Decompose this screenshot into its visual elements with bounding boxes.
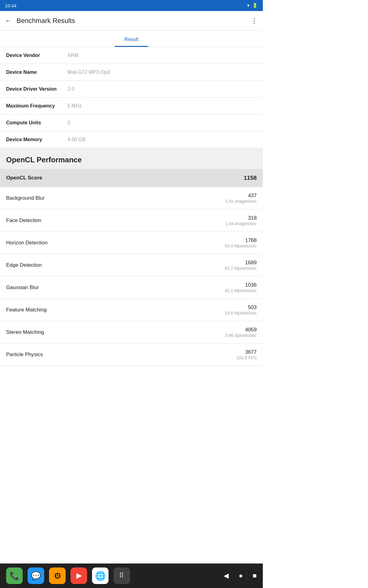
perf-label-horizon-detection: Horizon Detection [6, 240, 48, 246]
info-value-compute: 3 [67, 120, 70, 126]
perf-score-gaussian-blur: 1036 [225, 282, 257, 288]
perf-sub-horizon-detection: 55.0 Mpixels/sec [225, 243, 257, 248]
nav-recents-button[interactable]: ■ [253, 572, 257, 580]
perf-row-background-blur: Background Blur 437 1.81 images/sec [0, 187, 263, 209]
perf-score-particle-physics: 3677 [236, 349, 257, 355]
more-options-button[interactable]: ⋮ [251, 17, 258, 25]
opencl-title: OpenCL Performance [6, 156, 82, 164]
info-label-name: Device Name [6, 70, 67, 75]
perf-score-block-face-detection: 318 1.04 images/sec [225, 215, 257, 226]
info-row-frequency: Maximum Frequency 5 MHz [0, 98, 263, 115]
info-row-vendor: Device Vendor ARM [0, 47, 263, 64]
status-icons: ▾ 🔋 [247, 3, 258, 8]
perf-sub-gaussian-blur: 45.1 Mpixels/sec [225, 288, 257, 293]
perf-score-block-background-blur: 437 1.81 images/sec [225, 193, 257, 204]
info-label-driver: Device Driver Version [6, 86, 67, 92]
nav-app-camera[interactable]: ⚙ [49, 567, 66, 584]
page-title: Benchmark Results [17, 17, 75, 25]
perf-label-background-blur: Background Blur [6, 195, 45, 201]
info-value-driver: 2.0 [67, 86, 74, 92]
info-label-memory: Device Memory [6, 137, 67, 142]
perf-label-stereo-matching: Stereo Matching [6, 329, 44, 335]
info-label-compute: Compute Units [6, 120, 67, 126]
nav-app-drawer[interactable]: ⠿ [113, 567, 130, 584]
info-value-name: Mali-G72 MP3 r0p3 [67, 70, 110, 75]
info-value-memory: 4.00 GB [67, 137, 86, 142]
info-row-memory: Device Memory 4.00 GB [0, 131, 263, 148]
info-row-name: Device Name Mali-G72 MP3 r0p3 [0, 64, 263, 81]
device-info-section: Device Vendor ARM Device Name Mali-G72 M… [0, 47, 263, 148]
perf-header-score-block: 1158 [244, 175, 257, 181]
perf-header-label: OpenCL Score [6, 175, 42, 181]
perf-header-score: 1158 [244, 175, 257, 181]
perf-sub-background-blur: 1.81 images/sec [225, 199, 257, 204]
nav-app-phone[interactable]: 📞 [6, 567, 23, 584]
perf-row-face-detection: Face Detection 318 1.04 images/sec [0, 209, 263, 232]
info-label-vendor: Device Vendor [6, 53, 67, 58]
info-label-frequency: Maximum Frequency [6, 103, 67, 109]
perf-score-background-blur: 437 [225, 193, 257, 199]
info-row-driver: Device Driver Version 2.0 [0, 81, 263, 98]
nav-back-button[interactable]: ◀ [224, 572, 229, 580]
perf-label-face-detection: Face Detection [6, 217, 41, 224]
perf-sub-particle-physics: 161.8 FPS [236, 355, 257, 360]
perf-row-edge-detection: Edge Detection 1689 62.7 Mpixels/sec [0, 254, 263, 277]
perf-row-particle-physics: Particle Physics 3677 161.8 FPS [0, 344, 263, 366]
info-row-compute: Compute Units 3 [0, 115, 263, 131]
perf-label-particle-physics: Particle Physics [6, 352, 43, 358]
perf-score-block-stereo-matching: 4059 3.86 Gpixels/sec [225, 327, 257, 338]
nav-app-messages[interactable]: 💬 [28, 567, 44, 584]
perf-score-block-edge-detection: 1689 62.7 Mpixels/sec [225, 260, 257, 271]
info-value-frequency: 5 MHz [67, 103, 82, 109]
nav-app-chrome[interactable]: 🌐 [92, 567, 109, 584]
perf-score-face-detection: 318 [225, 215, 257, 221]
perf-label-edge-detection: Edge Detection [6, 262, 42, 268]
perf-row-feature-matching: Feature Matching 503 19.8 Mpixels/sec [0, 299, 263, 321]
nav-apps: 📞 💬 ⚙ ▶ 🌐 ⠿ [6, 567, 130, 584]
perf-score-block-particle-physics: 3677 161.8 FPS [236, 349, 257, 360]
perf-sub-edge-detection: 62.7 Mpixels/sec [225, 266, 257, 271]
back-button[interactable]: ← [5, 17, 12, 25]
perf-row-gaussian-blur: Gaussian Blur 1036 45.1 Mpixels/sec [0, 277, 263, 299]
app-bar-left: ← Benchmark Results [5, 17, 75, 25]
status-bar: 10:44 ▾ 🔋 [0, 0, 263, 11]
nav-controls: ◀ ● ■ [224, 572, 257, 580]
app-bar: ← Benchmark Results ⋮ [0, 11, 263, 31]
perf-row-stereo-matching: Stereo Matching 4059 3.86 Gpixels/sec [0, 321, 263, 344]
perf-sub-feature-matching: 19.8 Mpixels/sec [225, 311, 257, 315]
tab-result[interactable]: Result [115, 33, 148, 47]
perf-label-feature-matching: Feature Matching [6, 307, 47, 313]
perf-row-header: OpenCL Score 1158 [0, 169, 263, 187]
info-value-vendor: ARM [67, 53, 79, 58]
perf-sub-face-detection: 1.04 images/sec [225, 221, 257, 226]
perf-row-horizon-detection: Horizon Detection 1768 55.0 Mpixels/sec [0, 232, 263, 254]
perf-sub-stereo-matching: 3.86 Gpixels/sec [225, 333, 257, 338]
perf-score-stereo-matching: 4059 [225, 327, 257, 333]
perf-score-block-feature-matching: 503 19.8 Mpixels/sec [225, 304, 257, 315]
battery-icon: 🔋 [252, 3, 258, 8]
perf-score-block-horizon-detection: 1768 55.0 Mpixels/sec [225, 237, 257, 248]
status-time: 10:44 [5, 3, 17, 8]
nav-app-youtube[interactable]: ▶ [71, 567, 87, 584]
nav-home-button[interactable]: ● [239, 572, 243, 580]
perf-score-feature-matching: 503 [225, 304, 257, 311]
wifi-icon: ▾ [247, 3, 250, 8]
perf-label-gaussian-blur: Gaussian Blur [6, 285, 39, 291]
nav-bar: 📞 💬 ⚙ ▶ 🌐 ⠿ ◀ ● ■ [0, 564, 263, 588]
opencl-section-header: OpenCL Performance [0, 148, 263, 169]
perf-score-horizon-detection: 1768 [225, 237, 257, 243]
perf-score-block-gaussian-blur: 1036 45.1 Mpixels/sec [225, 282, 257, 293]
perf-table: OpenCL Score 1158 Background Blur 437 1.… [0, 169, 263, 366]
perf-score-edge-detection: 1689 [225, 260, 257, 266]
tabs-bar: Result [0, 31, 263, 47]
